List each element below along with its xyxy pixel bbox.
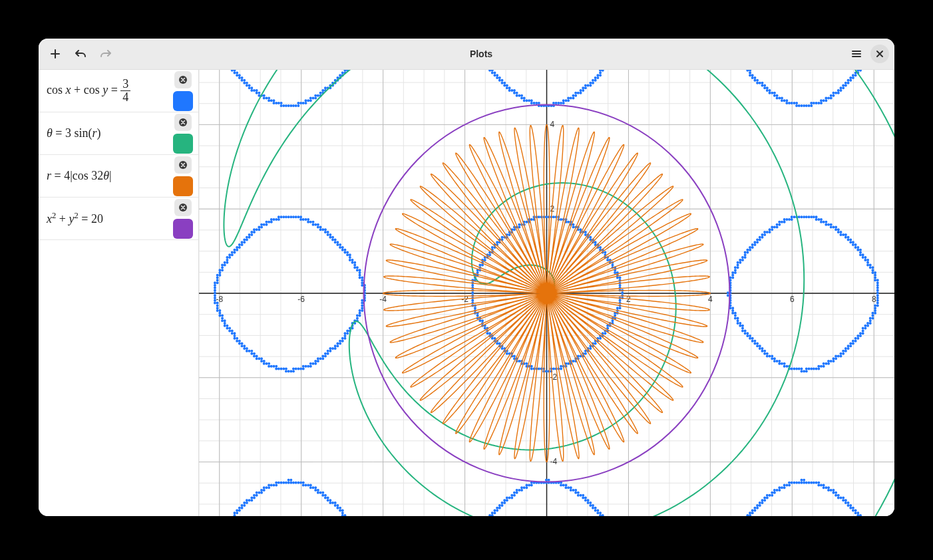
hamburger-icon [851,49,862,59]
close-button[interactable] [870,45,889,63]
add-button[interactable] [44,43,67,65]
redo-button [94,43,117,65]
remove-icon [178,118,188,127]
menu-button[interactable] [845,43,868,65]
app-window: Plots cos x + cos y = 34 [39,39,894,516]
remove-equation-button[interactable] [174,199,192,216]
equation-formula[interactable]: cos x + cos y = 34 [47,78,169,104]
color-swatch[interactable] [173,134,193,154]
remove-icon [178,75,188,84]
window-title: Plots [117,49,845,59]
equation-row[interactable]: θ = 3 sin(r) [39,112,198,155]
remove-equation-button[interactable] [174,71,192,88]
close-icon [876,50,884,58]
color-swatch[interactable] [173,219,193,239]
redo-icon [100,48,112,60]
equation-sidebar: cos x + cos y = 34 θ = 3 sin(r) [39,70,199,516]
equation-formula[interactable]: x2 + y2 = 20 [47,211,169,226]
remove-equation-button[interactable] [174,114,192,131]
equation-row[interactable]: x2 + y2 = 20 [39,198,198,240]
undo-button[interactable] [69,43,92,65]
undo-icon [75,48,87,60]
color-swatch[interactable] [173,176,193,196]
equation-formula[interactable]: θ = 3 sin(r) [47,126,169,140]
plot-canvas[interactable] [199,70,894,516]
equation-formula[interactable]: r = 4|cos 32θ| [47,169,169,183]
titlebar: Plots [39,39,894,70]
equation-row[interactable]: cos x + cos y = 34 [39,70,198,112]
plus-icon [50,49,61,59]
remove-icon [178,203,188,212]
remove-icon [178,160,188,170]
remove-equation-button[interactable] [174,156,192,174]
color-swatch[interactable] [173,91,193,111]
equation-row[interactable]: r = 4|cos 32θ| [39,155,198,198]
